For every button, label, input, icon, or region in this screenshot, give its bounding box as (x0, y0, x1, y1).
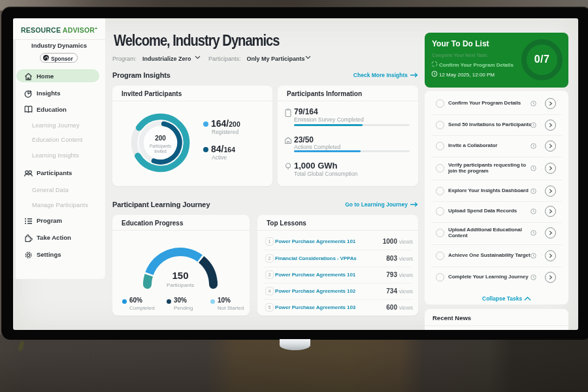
svg-text:Invited: Invited (154, 149, 167, 154)
svg-text:200: 200 (155, 135, 166, 142)
svg-text:Participants: Participants (150, 144, 171, 149)
